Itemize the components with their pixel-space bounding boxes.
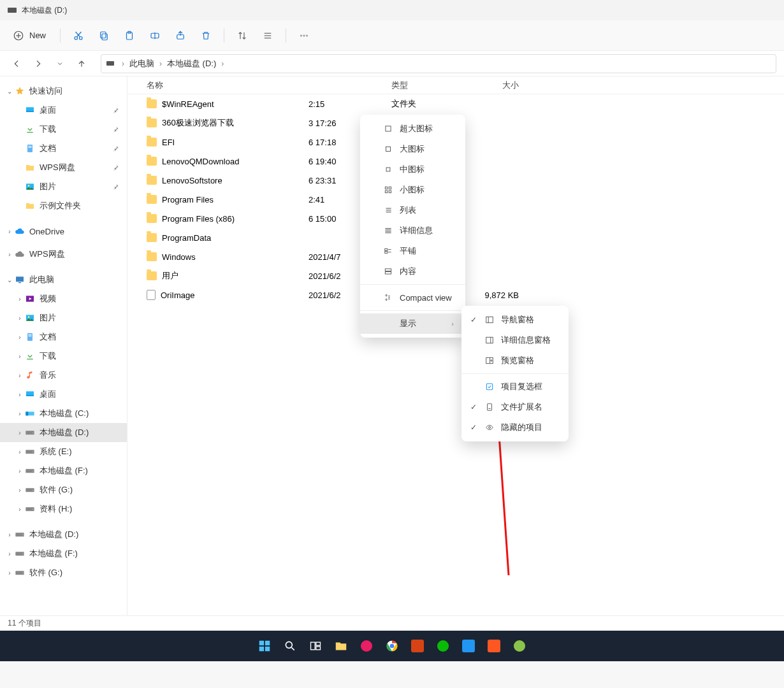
forward-button[interactable] xyxy=(29,55,47,73)
menu-item-xl[interactable]: 超大图标 xyxy=(360,118,465,139)
menu-item-content[interactable]: 内容 xyxy=(360,261,465,282)
sidebar-item[interactable]: ›图片 xyxy=(0,308,127,327)
taskview-button[interactable] xyxy=(305,635,326,657)
sidebar-quick-access[interactable]: ⌄ 快速访问 xyxy=(0,82,127,101)
menu-item-hidden[interactable]: ✓隐藏的项目 xyxy=(461,417,569,438)
wechat-icon[interactable] xyxy=(432,635,454,657)
search-button[interactable] xyxy=(279,635,301,657)
svg-rect-59 xyxy=(386,126,391,131)
sidebar-item[interactable]: ›本地磁盘 (D:) xyxy=(0,525,127,544)
delete-button[interactable] xyxy=(194,24,217,47)
sidebar-item[interactable]: ›本地磁盘 (D:) xyxy=(0,423,127,442)
menu-item-checkbox[interactable]: 项目复选框 xyxy=(461,376,569,397)
sidebar-item[interactable]: ›文档 xyxy=(0,327,127,347)
chrome-icon[interactable] xyxy=(381,635,403,657)
svg-rect-24 xyxy=(28,146,31,147)
menu-label: 内容 xyxy=(400,266,416,277)
drive-c-icon xyxy=(24,408,36,419)
svg-rect-78 xyxy=(385,272,391,275)
more-button[interactable] xyxy=(293,24,316,47)
file-size: 9,872 KB xyxy=(461,290,519,300)
sidebar: ⌄ 快速访问 桌面下载文档WPS网盘图片示例文件夹 › OneDrive › W… xyxy=(0,76,127,615)
sidebar-item[interactable]: ›本地磁盘 (F:) xyxy=(0,544,127,563)
sidebar-thispc[interactable]: ⌄ 此电脑 xyxy=(0,270,127,289)
sidebar-item[interactable]: 图片 xyxy=(0,177,127,196)
breadcrumb[interactable]: › 此电脑 › 本地磁盘 (D:) › xyxy=(101,54,776,73)
app-icon[interactable] xyxy=(509,635,530,657)
sidebar-item[interactable]: 桌面 xyxy=(0,101,127,120)
sidebar-item[interactable]: WPS网盘 xyxy=(0,158,127,177)
svg-point-85 xyxy=(491,360,492,361)
menu-label: 文件扩展名 xyxy=(501,401,542,413)
lg-icon xyxy=(383,144,393,154)
sidebar-item[interactable]: ›音乐 xyxy=(0,366,127,385)
sidebar-item[interactable]: ›软件 (G:) xyxy=(0,563,127,582)
chevron-right-icon: › xyxy=(122,59,124,68)
crumb-drive[interactable]: 本地磁盘 (D:) xyxy=(164,57,219,71)
start-button[interactable] xyxy=(254,635,275,657)
copy-button[interactable] xyxy=(92,24,115,47)
paste-button[interactable] xyxy=(118,24,141,47)
sidebar-item[interactable]: ›视频 xyxy=(0,289,127,308)
sidebar-wps[interactable]: › WPS网盘 xyxy=(0,245,127,264)
view-button[interactable] xyxy=(256,24,279,47)
menu-item-ext[interactable]: ✓文件扩展名 xyxy=(461,397,569,417)
sidebar-onedrive[interactable]: › OneDrive xyxy=(0,222,127,241)
col-name[interactable]: 名称 xyxy=(143,80,309,91)
sidebar-item[interactable]: ›系统 (E:) xyxy=(0,442,127,461)
menu-item-list[interactable]: 列表 xyxy=(360,200,465,220)
sidebar-label: 快速访问 xyxy=(29,85,62,97)
sidebar-item[interactable]: 示例文件夹 xyxy=(0,196,127,215)
svg-point-54 xyxy=(22,534,23,535)
svg-rect-73 xyxy=(385,249,388,251)
rename-button[interactable] xyxy=(143,24,166,47)
sidebar-item[interactable]: ›下载 xyxy=(0,347,127,366)
svg-point-107 xyxy=(514,640,525,652)
svg-rect-77 xyxy=(385,269,391,271)
menu-item-tiles[interactable]: 平铺 xyxy=(360,241,465,261)
chevron-right-icon: › xyxy=(15,372,24,379)
menu-item-sm[interactable]: 小图标 xyxy=(360,180,465,200)
sidebar-item[interactable]: ›本地磁盘 (F:) xyxy=(0,461,127,480)
file-row[interactable]: $WinREAgent2:15文件夹 xyxy=(127,94,784,113)
sidebar-item[interactable]: 下载 xyxy=(0,120,127,139)
desktop-icon xyxy=(24,389,36,400)
sidebar-item[interactable]: ›本地磁盘 (C:) xyxy=(0,404,127,423)
menu-item-compact[interactable]: Compact view xyxy=(360,287,465,308)
menu-item-details[interactable]: 详细信息 xyxy=(360,220,465,241)
back-button[interactable] xyxy=(8,55,25,73)
app-icon[interactable] xyxy=(356,635,377,657)
menu-item-md[interactable]: 中图标 xyxy=(360,159,465,180)
sidebar-label: 图片 xyxy=(40,181,56,192)
download-icon xyxy=(24,350,36,362)
svg-rect-86 xyxy=(486,383,492,389)
body: ⌄ 快速访问 桌面下载文档WPS网盘图片示例文件夹 › OneDrive › W… xyxy=(0,76,784,615)
svg-rect-65 xyxy=(389,190,391,193)
pin-icon xyxy=(113,145,119,152)
cut-button[interactable] xyxy=(67,24,90,47)
crumb-thispc[interactable]: 此电脑 xyxy=(127,57,157,71)
sidebar-item[interactable]: ›桌面 xyxy=(0,385,127,404)
new-button[interactable]: New xyxy=(9,24,54,47)
app-icon[interactable] xyxy=(407,635,428,657)
sidebar-item[interactable]: ›资料 (H:) xyxy=(0,499,127,519)
sidebar-item[interactable]: 文档 xyxy=(0,139,127,158)
recent-button[interactable] xyxy=(51,55,69,73)
chevron-right-icon: › xyxy=(15,410,24,417)
share-button[interactable] xyxy=(169,24,192,47)
sm-icon xyxy=(383,185,393,195)
md-icon xyxy=(383,164,393,175)
app-icon[interactable] xyxy=(458,635,479,657)
col-size[interactable]: 大小 xyxy=(461,80,519,91)
up-button[interactable] xyxy=(73,55,91,73)
menu-item-details-pane[interactable]: 详细信息窗格 xyxy=(461,330,569,350)
col-type[interactable]: 类型 xyxy=(391,80,461,91)
menu-item-preview[interactable]: 预览窗格 xyxy=(461,350,569,371)
menu-item-lg[interactable]: 大图标 xyxy=(360,139,465,159)
menu-item-show[interactable]: 显示› xyxy=(360,313,465,334)
app-icon[interactable] xyxy=(483,635,505,657)
sort-button[interactable] xyxy=(231,24,254,47)
sidebar-item[interactable]: ›软件 (G:) xyxy=(0,480,127,499)
menu-item-nav[interactable]: ✓导航窗格 xyxy=(461,310,569,330)
explorer-task-icon[interactable] xyxy=(330,635,352,657)
